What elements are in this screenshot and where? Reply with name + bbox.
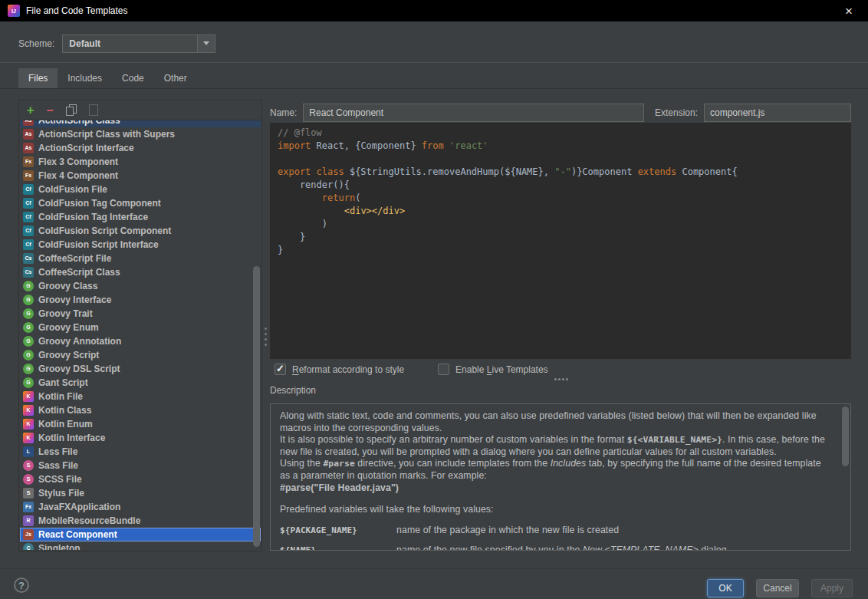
template-name: Groovy Annotation bbox=[38, 336, 121, 347]
copy-template-icon[interactable] bbox=[66, 104, 77, 116]
scrollbar-thumb[interactable] bbox=[842, 406, 849, 466]
close-icon[interactable]: × bbox=[837, 5, 860, 18]
template-list-item[interactable]: CfColdFusion Tag Interface bbox=[20, 210, 261, 224]
template-list-item[interactable]: SSass File bbox=[20, 459, 261, 472]
template-name: Flex 3 Component bbox=[38, 156, 118, 167]
template-name: ColdFusion Tag Component bbox=[38, 198, 161, 209]
tab-files[interactable]: Files bbox=[18, 68, 58, 88]
live-templates-checkbox[interactable] bbox=[438, 364, 449, 375]
template-list-item[interactable]: FxJavaFXApplication bbox=[20, 500, 261, 514]
groovy-icon: G bbox=[23, 295, 34, 305]
template-list-item[interactable]: GGroovy Interface bbox=[20, 293, 261, 307]
extension-label: Extension: bbox=[655, 107, 698, 118]
reformat-option[interactable]: Reformat according to style bbox=[275, 364, 404, 375]
groovy-icon: G bbox=[23, 281, 34, 291]
template-list-item[interactable]: SStylus File bbox=[20, 486, 261, 500]
description-label: Description bbox=[270, 385, 316, 396]
template-list: AsActionScript ClassAsActionScript Class… bbox=[20, 120, 261, 550]
ok-button[interactable]: OK bbox=[707, 579, 744, 597]
flex-icon: Fx bbox=[23, 156, 34, 167]
tab-other[interactable]: Other bbox=[154, 68, 197, 88]
template-list-item[interactable]: JsReact Component bbox=[20, 528, 261, 541]
code-line: } bbox=[278, 244, 851, 257]
reset-template-icon bbox=[89, 104, 98, 116]
cf-icon: Cf bbox=[23, 212, 34, 222]
template-list-item[interactable]: KKotlin File bbox=[20, 390, 261, 403]
template-list-item[interactable]: AsActionScript Class with Supers bbox=[20, 127, 261, 141]
template-list-item[interactable]: GGroovy DSL Script bbox=[20, 362, 261, 376]
template-list-item[interactable]: LLess File bbox=[20, 445, 261, 459]
template-list-item[interactable]: RMobileResourceBundle bbox=[20, 514, 261, 528]
template-name: Less File bbox=[38, 446, 77, 457]
template-list-item[interactable]: KKotlin Interface bbox=[20, 431, 261, 445]
description-scrollbar[interactable] bbox=[841, 405, 850, 549]
add-template-icon[interactable]: + bbox=[27, 104, 34, 117]
scheme-row: Scheme: Default bbox=[18, 34, 215, 53]
description-paragraph: It is also possible to specify an arbitr… bbox=[280, 434, 830, 458]
title-bar: IJ File and Code Templates × bbox=[0, 0, 868, 21]
template-list-item[interactable]: GGroovy Trait bbox=[20, 307, 261, 321]
template-list-item[interactable]: GGroovy Class bbox=[20, 279, 261, 293]
template-list-item[interactable]: CfColdFusion File bbox=[20, 183, 261, 196]
name-row: Name: Extension: bbox=[270, 104, 851, 122]
coffee-icon: Cs bbox=[23, 253, 34, 264]
scheme-combobox[interactable]: Default bbox=[62, 35, 215, 53]
template-list-item[interactable]: KKotlin Enum bbox=[20, 417, 261, 431]
resize-handle-icon[interactable] bbox=[554, 378, 557, 380]
template-list-item[interactable]: SSCSS File bbox=[20, 472, 261, 486]
template-list-item[interactable]: GGroovy Enum bbox=[20, 321, 261, 334]
live-templates-option[interactable]: Enable Live Templates bbox=[438, 364, 548, 375]
code-line: // @flow bbox=[278, 127, 851, 140]
dialog-body: Scheme: Default FilesIncludesCodeOther +… bbox=[0, 21, 868, 599]
template-list-item[interactable]: AsActionScript Class bbox=[20, 120, 261, 127]
template-list-item[interactable]: FxFlex 4 Component bbox=[20, 169, 261, 183]
splitter-handle-icon[interactable] bbox=[265, 333, 267, 335]
template-list-item[interactable]: GGroovy Script bbox=[20, 348, 261, 362]
chevron-down-icon[interactable] bbox=[197, 35, 215, 52]
variable-name: ${NAME} bbox=[280, 545, 396, 551]
template-list-item[interactable]: CsCoffeeScript File bbox=[20, 252, 261, 265]
template-name: CoffeeScript Class bbox=[38, 267, 120, 278]
tab-code[interactable]: Code bbox=[112, 68, 154, 88]
template-name: Kotlin Enum bbox=[38, 419, 93, 430]
template-name: ActionScript Interface bbox=[38, 143, 134, 153]
list-toolbar: + − bbox=[19, 100, 261, 120]
template-list-item[interactable]: CfColdFusion Tag Component bbox=[20, 196, 261, 210]
cf-icon: Cf bbox=[23, 198, 34, 209]
react-icon: Js bbox=[23, 529, 34, 540]
template-list-item[interactable]: GGant Script bbox=[20, 376, 261, 390]
live-templates-label: Enable Live Templates bbox=[455, 364, 548, 375]
template-name: Groovy Enum bbox=[38, 322, 99, 333]
groovy-icon: G bbox=[23, 364, 34, 374]
template-name: Stylus File bbox=[38, 488, 84, 499]
extension-input[interactable] bbox=[704, 104, 851, 122]
code-line: ) bbox=[278, 218, 851, 231]
reformat-checkbox[interactable] bbox=[275, 364, 286, 375]
template-list-item[interactable]: CsCoffeeScript Class bbox=[20, 265, 261, 279]
tab-includes[interactable]: Includes bbox=[58, 68, 112, 88]
help-icon[interactable]: ? bbox=[14, 578, 29, 593]
remove-template-icon[interactable]: − bbox=[46, 104, 53, 117]
template-list-item[interactable]: FxFlex 3 Component bbox=[20, 155, 261, 169]
template-name: Singleton bbox=[38, 543, 81, 550]
sass-icon: S bbox=[23, 460, 34, 471]
template-list-item[interactable]: CSingleton bbox=[20, 541, 261, 550]
template-list-item[interactable]: KKotlin Class bbox=[20, 403, 261, 417]
template-list-item[interactable]: CfColdFusion Script Component bbox=[20, 224, 261, 238]
template-name-input[interactable] bbox=[303, 104, 644, 122]
template-list-item[interactable]: AsActionScript Interface bbox=[20, 141, 261, 155]
scrollbar-thumb[interactable] bbox=[253, 266, 260, 547]
scheme-value: Default bbox=[63, 35, 197, 52]
tab-strip: FilesIncludesCodeOther bbox=[0, 68, 868, 89]
template-list-item[interactable]: CfColdFusion Script Interface bbox=[20, 238, 261, 252]
cf-icon: Cf bbox=[23, 239, 34, 250]
intellij-logo-icon: IJ bbox=[8, 5, 20, 17]
template-list-scrollbar[interactable] bbox=[252, 120, 261, 550]
template-code-editor[interactable]: // @flowimport React, {Component} from '… bbox=[270, 123, 851, 359]
name-label: Name: bbox=[270, 107, 297, 118]
template-name: MobileResourceBundle bbox=[38, 515, 140, 526]
cancel-button[interactable]: Cancel bbox=[756, 579, 799, 597]
window-title: File and Code Templates bbox=[26, 5, 128, 16]
template-list-item[interactable]: GGroovy Annotation bbox=[20, 334, 261, 348]
variable-description: name of the new file specified by you in… bbox=[396, 545, 830, 551]
